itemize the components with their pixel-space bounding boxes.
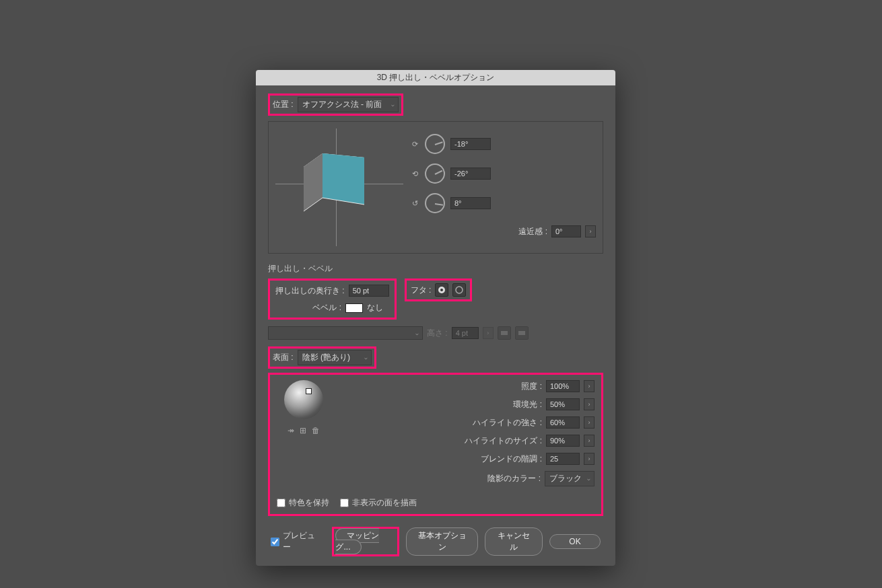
bevel-label: ベベル : (275, 302, 341, 314)
cancel-button[interactable]: キャンセル (485, 527, 543, 556)
perspective-stepper[interactable]: › (585, 225, 596, 237)
shade-color-value: ブラック (549, 473, 582, 484)
cap-label: フタ : (411, 285, 432, 296)
svg-marker-4 (323, 153, 364, 205)
preserve-spot-checkbox[interactable]: 特色を保持 (277, 497, 329, 509)
rotation-preview-panel: ⟳ ⟲ ↺ 遠近感 : › (268, 121, 603, 254)
dialog-content: 位置 : オフアクシス法 - 前面 ⌵ (256, 85, 615, 566)
position-label: 位置 : (273, 99, 294, 110)
bevel-in-icon (498, 326, 511, 340)
highlight-size-stepper[interactable]: › (584, 435, 595, 447)
cube-icon (302, 145, 376, 219)
extrude-fields: 押し出しの奥行き : ベベル : なし (268, 279, 397, 320)
highlight-intensity-stepper[interactable]: › (584, 416, 595, 429)
move-light-back-icon[interactable]: ↠ (287, 426, 294, 435)
map-art-button[interactable]: マッピング... (335, 528, 379, 554)
depth-input[interactable] (349, 285, 389, 297)
position-value: オフアクシス法 - 前面 (302, 99, 382, 110)
blend-steps-input[interactable] (546, 453, 580, 465)
highlight-size-label: ハイライトのサイズ : (461, 435, 542, 447)
highlight-intensity-label: ハイライトの強さ : (461, 417, 542, 429)
chevron-down-icon: ⌵ (391, 102, 395, 108)
draw-hidden-checkbox[interactable]: 非表示の面を描画 (340, 497, 417, 509)
light-intensity-stepper[interactable]: › (584, 380, 595, 392)
height-label: 高さ : (427, 328, 448, 339)
surface-select[interactable]: 陰影 (艶あり) ⌵ (298, 350, 372, 365)
cube-preview[interactable] (275, 128, 403, 246)
cap-off-button[interactable] (452, 283, 466, 297)
rotate-x-icon: ⟳ (410, 140, 419, 149)
light-intensity-label: 照度 : (461, 381, 542, 392)
ambient-label: 環境光 : (461, 399, 542, 410)
blend-steps-stepper[interactable]: › (584, 453, 595, 465)
rotate-y-input[interactable] (450, 168, 491, 180)
bevel-shape-select[interactable]: ⌵ (268, 326, 423, 340)
cap-on-button[interactable] (435, 283, 448, 297)
rotate-z-icon: ↺ (410, 199, 419, 208)
chevron-down-icon: ⌵ (364, 355, 368, 361)
height-stepper: › (483, 327, 494, 339)
perspective-label: 遠近感 : (518, 226, 547, 237)
rotation-controls: ⟳ ⟲ ↺ 遠近感 : › (410, 128, 596, 246)
rotate-y-icon: ⟲ (410, 170, 419, 178)
depth-label: 押し出しの奥行き : (275, 285, 345, 297)
light-sphere[interactable] (284, 380, 323, 419)
rotate-x-dial[interactable] (425, 134, 445, 154)
ambient-input[interactable] (546, 398, 580, 410)
chevron-down-icon: ⌵ (587, 476, 590, 482)
preserve-spot-label: 特色を保持 (289, 497, 329, 509)
bevel-height-row: ⌵ 高さ : › (268, 326, 603, 340)
ambient-stepper[interactable]: › (584, 398, 595, 410)
bevel-value: なし (367, 302, 383, 314)
light-tools: ↠ ⊞ 🗑 (287, 426, 320, 435)
highlight-intensity-input[interactable] (546, 416, 580, 429)
rotate-z-dial[interactable] (425, 193, 445, 213)
preview-checkbox[interactable]: プレビュー (271, 530, 316, 553)
svg-point-7 (440, 289, 443, 291)
light-marker[interactable] (306, 388, 312, 394)
shading-panel: ↠ ⊞ 🗑 照度 : › 環境光 : › (270, 375, 601, 492)
ok-button[interactable]: OK (549, 534, 601, 549)
rotate-x-input[interactable] (450, 138, 491, 150)
extrude-heading: 押し出し・ベベル (268, 263, 603, 274)
light-intensity-input[interactable] (546, 380, 580, 392)
position-select[interactable]: オフアクシス法 - 前面 ⌵ (298, 97, 399, 112)
svg-rect-10 (518, 331, 525, 335)
surface-label: 表面 : (273, 352, 294, 363)
surface-value: 陰影 (艶あり) (302, 352, 350, 363)
shade-color-select[interactable]: ブラック ⌵ (545, 471, 595, 486)
rotate-y-dial[interactable] (425, 163, 445, 184)
extrude-bevel-dialog: 3D 押し出し・ベベルオプション 位置 : オフアクシス法 - 前面 ⌵ (256, 70, 615, 566)
svg-point-8 (456, 287, 463, 293)
fewer-options-button[interactable]: 基本オプション (406, 527, 478, 556)
dialog-title: 3D 押し出し・ベベルオプション (256, 70, 615, 85)
chevron-down-icon: ⌵ (415, 330, 419, 336)
svg-rect-9 (501, 331, 508, 335)
delete-light-icon[interactable]: 🗑 (312, 426, 320, 435)
cap-group: フタ : (405, 279, 473, 301)
bevel-out-icon (515, 326, 529, 340)
preview-label: プレビュー (283, 530, 316, 553)
shade-color-label: 陰影のカラー : (460, 473, 541, 484)
dialog-footer: プレビュー マッピング... 基本オプション キャンセル OK (268, 527, 603, 556)
svg-marker-5 (304, 153, 323, 211)
perspective-input[interactable] (551, 225, 581, 237)
add-light-icon[interactable]: ⊞ (300, 426, 306, 435)
height-input (452, 327, 479, 339)
draw-hidden-label: 非表示の面を描画 (352, 497, 417, 509)
rotate-z-input[interactable] (450, 197, 491, 209)
highlight-size-input[interactable] (546, 435, 580, 447)
blend-steps-label: ブレンドの階調 : (461, 453, 542, 465)
bevel-swatch (345, 303, 363, 313)
